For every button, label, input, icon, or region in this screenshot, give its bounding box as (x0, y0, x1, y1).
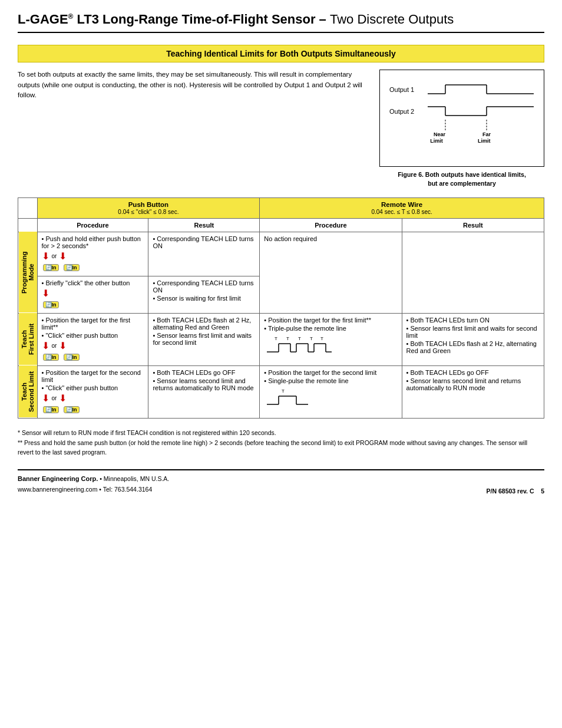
output1-label: Output 1 (389, 86, 428, 93)
arrow-down-1: ⬇ (42, 252, 49, 261)
pb-prog-proc-1-text: Push and hold either push button for > 2… (42, 235, 144, 249)
output1-waveform (428, 82, 534, 97)
btn-icons-first-1b: 🔄In 🔄In (42, 353, 144, 361)
btn-icons-prog-1b: 🔄In 🔄In (42, 263, 144, 272)
title-discrete: Two Discrete Outputs (330, 12, 454, 27)
intro-area: To set both outputs at exactly the same … (18, 70, 544, 187)
pb-prog-proc-1: Push and hold either push button for > 2… (37, 232, 148, 276)
rw-second-result-1: Both TEACH LEDs go OFF (406, 369, 540, 376)
btn-icons-prog-1: ⬇ or ⬇ (42, 252, 144, 261)
limit-labels: Limit Limit (428, 138, 534, 144)
figure-caption-line1: Figure 6. Both outputs have identical li… (398, 171, 526, 178)
pb-first-proc-2: "Click" either push button (42, 332, 144, 339)
btn-icons-prog-2b: 🔄In (42, 301, 144, 309)
pb-prog-result-1-text: Corresponding TEACH LED turns ON (153, 235, 255, 249)
rw-first-result-3: Both TEACH LEDs flash at 2 Hz, alternati… (406, 340, 540, 354)
near-limit-label: Limit (428, 138, 445, 144)
svg-text:T: T (282, 388, 285, 394)
push-button-sub: 0.04 ≤ "click" ≤ 0.8 sec. (118, 209, 178, 215)
axis-area: Near Far Limit Limit (428, 120, 534, 144)
btn-1: 🔄In (43, 264, 59, 271)
figure-caption-line2: but are complementary (428, 180, 496, 187)
footer-company: Banner Engineering Corp. (18, 475, 98, 482)
pb-prog-result-1: Corresponding TEACH LED turns ON (148, 232, 260, 276)
arrow-down-2: ⬇ (59, 252, 67, 261)
pb-second-proc-2: "Click" either push button (42, 384, 144, 391)
figure-box: Output 1 Output 2 (379, 70, 544, 167)
figure-area: Output 1 Output 2 (379, 70, 544, 187)
pb-result-header: Result (148, 218, 260, 232)
pb-prog-result-2: Corresponding TEACH LED turns ON Sensor … (148, 276, 260, 313)
btn-icons-second-1b: 🔄In 🔄In (42, 406, 144, 414)
title-main: L-GAGE (18, 12, 68, 27)
push-button-title: Push Button (128, 201, 168, 208)
no-action-text: No action required (264, 235, 317, 242)
svg-text:T: T (320, 336, 323, 341)
or-text-2: or (52, 342, 57, 349)
arrow-down-5: ⬇ (59, 341, 67, 351)
main-table: Push Button 0.04 ≤ "click" ≤ 0.8 sec. Re… (18, 197, 544, 419)
triple-pulse-svg: T T T T T (264, 335, 335, 356)
pb-prog-result-2a: Corresponding TEACH LED turns ON (153, 279, 255, 294)
single-pulse-diagram: T (264, 388, 397, 409)
footer-left: Banner Engineering Corp. • Minneapolis, … (18, 474, 169, 494)
pb-second-result-2: Sensor learns second limit and returns a… (153, 377, 255, 391)
footer-address: • Minneapolis, MN U.S.A. (100, 475, 169, 482)
rw-first-proc-2: Triple-pulse the remote line (264, 325, 397, 332)
footer-tel: • Tel: 763.544.3164 (99, 486, 152, 493)
arrow-down-4: ⬇ (42, 341, 49, 351)
far-limit-label: Limit (478, 138, 491, 144)
svg-text:Near: Near (434, 131, 446, 137)
pb-first-proc: Position the target for the first limit*… (37, 313, 148, 365)
svg-text:T: T (286, 336, 289, 341)
footnotes: * Sensor will return to RUN mode if firs… (18, 428, 544, 457)
rw-second-proc-2: Single-pulse the remote line (264, 377, 397, 384)
footer-website: www.bannerengineering.com (18, 486, 97, 493)
rw-second-proc-1: Position the target for the second limit (264, 369, 397, 376)
footer-company-line: Banner Engineering Corp. • Minneapolis, … (18, 474, 169, 485)
teach-first-label: TeachFirst Limit (18, 313, 38, 365)
remote-wire-header: Remote Wire 0.04 sec. ≤ T ≤ 0.8 sec. (260, 197, 544, 218)
single-pulse-svg: T (264, 388, 311, 409)
teach-second-limit-row: TeachSecond Limit Position the target fo… (18, 365, 544, 418)
arrow-down-7: ⬇ (59, 394, 67, 403)
rw-second-result: Both TEACH LEDs go OFF Sensor learns sec… (402, 365, 544, 418)
btn-2: 🔄In (64, 264, 80, 271)
corner-cell (18, 197, 38, 218)
title-sub: LT3 Long-Range Time-of-Flight Sensor – (73, 12, 330, 27)
rw-second-result-2: Sensor learns second limit and returns a… (406, 377, 540, 391)
rw-first-proc-1: Position the target for the first limit*… (264, 317, 397, 324)
rw-second-proc: Position the target for the second limit… (260, 365, 402, 418)
intro-text: To set both outputs at exactly the same … (18, 70, 368, 187)
pb-first-result-1: Both TEACH LEDs flash at 2 Hz, alternati… (153, 317, 255, 331)
btn-icons-second-1: ⬇ or ⬇ (42, 394, 144, 403)
svg-text:T: T (310, 336, 313, 341)
push-button-header: Push Button 0.04 ≤ "click" ≤ 0.8 sec. (37, 197, 260, 218)
rw-prog-proc: No action required (260, 232, 402, 313)
footer-part-number: P/N 68503 rev. C (487, 487, 534, 495)
svg-text:Far: Far (482, 131, 491, 137)
footer: Banner Engineering Corp. • Minneapolis, … (18, 469, 544, 494)
btn-6: 🔄In (43, 406, 59, 413)
section-header: Teaching Identical Limits for Both Outpu… (18, 45, 544, 62)
programming-mode-label: ProgrammingMode (18, 232, 38, 313)
pb-second-proc: Position the target for the second limit… (37, 365, 148, 418)
pb-prog-result-2b: Sensor is waiting for first limit (153, 295, 255, 302)
section-heading: Teaching Identical Limits for Both Outpu… (166, 49, 395, 58)
corner-cell-2 (18, 218, 38, 232)
footer-page: 5 (541, 487, 544, 495)
intro-paragraph: To set both outputs at exactly the same … (18, 71, 362, 98)
pb-second-result-1: Both TEACH LEDs go OFF (153, 369, 255, 376)
btn-icons-prog-2: ⬇ (42, 289, 144, 298)
rw-result-header: Result (402, 218, 544, 232)
programming-mode-row-1: ProgrammingMode Push and hold either pus… (18, 232, 544, 276)
pb-prog-proc-2: Briefly "click" the other button ⬇ 🔄In (37, 276, 148, 313)
btn-4: 🔄In (43, 354, 59, 361)
footer-right: P/N 68503 rev. C 5 (487, 487, 544, 495)
pb-first-result: Both TEACH LEDs flash at 2 Hz, alternati… (148, 313, 260, 365)
arrow-down-3: ⬇ (42, 289, 49, 298)
or-text-1: or (52, 253, 57, 259)
svg-text:T: T (275, 336, 277, 341)
pb-procedure-header: Procedure (37, 218, 148, 232)
rw-first-proc: Position the target for the first limit*… (260, 313, 402, 365)
